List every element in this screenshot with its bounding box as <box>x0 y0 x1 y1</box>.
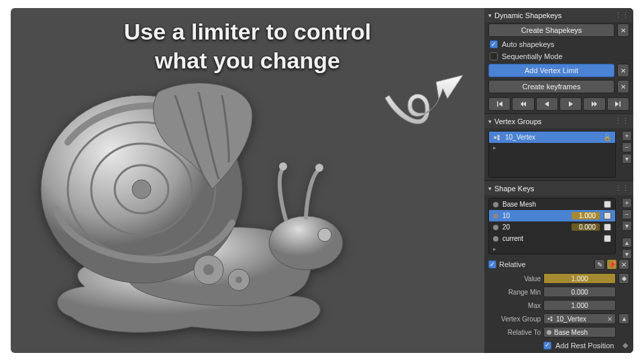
checkbox-off-icon <box>490 52 498 60</box>
range-min-field[interactable]: 0.000 <box>543 287 616 297</box>
pin-icon[interactable]: 📌 <box>606 259 617 270</box>
relative-to-field[interactable]: Base Mesh <box>543 327 616 338</box>
svg-point-10 <box>494 136 496 139</box>
list-item[interactable]: 10_Vertex 🔓 <box>489 132 615 143</box>
add-rest-position-checkbox[interactable]: Add Rest Position ◆ <box>484 339 633 352</box>
panel-title: Vertex Groups <box>494 117 541 125</box>
move-up-button[interactable]: ▴ <box>622 238 632 248</box>
list-expand-toggle[interactable] <box>489 244 615 254</box>
invert-icon[interactable] <box>619 313 629 324</box>
remove-button[interactable]: − <box>622 209 632 219</box>
shapekey-name: 10 <box>502 212 510 219</box>
vertex-groups-list[interactable]: 10_Vertex 🔓 <box>488 131 616 178</box>
animate-prop-icon[interactable] <box>619 273 629 284</box>
close-icon[interactable]: ✕ <box>617 64 629 77</box>
svg-point-11 <box>497 135 500 138</box>
specials-menu-button[interactable]: ▾ <box>622 221 632 231</box>
close-icon[interactable]: ✕ <box>617 23 629 37</box>
viewport-3d[interactable]: Use a limiter to control what you change <box>11 8 484 353</box>
list-item[interactable]: 20 0.000 <box>489 221 615 233</box>
max-field[interactable]: 1.000 <box>543 300 616 311</box>
auto-shapekeys-checkbox[interactable]: Auto shapekeys <box>484 38 633 50</box>
drag-grip-icon: ⋮⋮ <box>614 184 629 193</box>
mute-checkbox[interactable] <box>604 212 611 219</box>
shapekey-icon <box>493 202 498 207</box>
shapekey-name: current <box>502 235 523 242</box>
panel-header-dynamic[interactable]: ▾ Dynamic Shapekeys ⋮⋮ <box>484 8 633 22</box>
play-reverse-button[interactable] <box>536 97 558 111</box>
jump-start-button[interactable] <box>488 97 511 111</box>
keyframe-prev-button[interactable] <box>512 97 534 111</box>
panel-vertex-groups: ▾ Vertex Groups ⋮⋮ 10_Vertex 🔓 + − ▾ <box>484 114 633 181</box>
add-rest-label: Add Rest Position <box>555 342 614 350</box>
shapekey-edit-mode-icon[interactable]: ✎ <box>594 259 605 270</box>
add-button[interactable]: + <box>622 198 632 208</box>
close-icon[interactable]: ✕ <box>619 259 629 270</box>
shapekey-name: Base Mesh <box>502 201 536 208</box>
add-button[interactable]: + <box>622 131 632 141</box>
drag-grip-icon: ⋮⋮ <box>614 117 629 125</box>
keyframe-next-button[interactable] <box>583 97 605 111</box>
panel-shape-keys: ▾ Shape Keys ⋮⋮ Base Mesh 10 1.000 <box>484 181 633 353</box>
relative-checkbox[interactable] <box>488 260 496 268</box>
panel-title: Dynamic Shapekeys <box>494 11 561 19</box>
create-keyframes-button[interactable]: Create keyframes <box>488 80 614 93</box>
relative-label: Relative <box>499 260 526 268</box>
list-item[interactable]: 10 1.000 <box>489 210 615 221</box>
vertex-group-icon <box>547 315 553 322</box>
shapekey-name: 20 <box>502 223 510 231</box>
sequentially-checkbox[interactable]: Sequentially Mode <box>484 50 633 62</box>
create-shapekeys-button[interactable]: Create Shapekeys <box>488 23 614 37</box>
list-item[interactable]: Base Mesh <box>489 199 615 210</box>
max-label: Max <box>488 302 541 309</box>
shapekey-icon <box>493 236 498 242</box>
mute-checkbox[interactable] <box>604 235 611 242</box>
panel-header-shape-keys[interactable]: ▾ Shape Keys ⋮⋮ <box>484 181 633 195</box>
shapekey-icon <box>493 213 498 219</box>
move-down-button[interactable]: ▾ <box>622 249 632 259</box>
sequentially-label: Sequentially Mode <box>502 52 563 60</box>
svg-point-1 <box>318 228 331 242</box>
svg-point-12 <box>497 138 500 140</box>
properties-sidebar: ▾ Dynamic Shapekeys ⋮⋮ Create Shapekeys … <box>484 8 633 353</box>
panel-dynamic-shapekeys: ▾ Dynamic Shapekeys ⋮⋮ Create Shapekeys … <box>484 8 633 114</box>
svg-point-13 <box>547 317 549 319</box>
drag-grip-icon: ⋮⋮ <box>614 11 629 19</box>
play-button[interactable] <box>559 97 582 111</box>
transport-controls <box>484 95 633 113</box>
remove-button[interactable]: − <box>622 142 632 152</box>
shape-keys-list[interactable]: Base Mesh 10 1.000 20 0.000 <box>488 198 616 254</box>
svg-point-5 <box>132 180 151 199</box>
value-label: Value <box>488 275 541 282</box>
svg-point-15 <box>550 319 552 321</box>
jump-end-button[interactable] <box>607 97 629 111</box>
checkbox-on-icon <box>543 342 551 350</box>
relative-to-label: Relative To <box>488 329 541 336</box>
arrow-swirl-icon <box>384 68 464 142</box>
svg-point-9 <box>235 276 242 283</box>
vertex-group-icon <box>493 134 501 141</box>
specials-menu-button[interactable]: ▾ <box>622 154 632 164</box>
list-expand-toggle[interactable] <box>489 143 615 152</box>
shapekey-value[interactable]: 0.000 <box>572 223 600 231</box>
headline-line1: Use a limiter to control <box>124 17 371 46</box>
add-vertex-limit-button[interactable]: Add Vertex Limit <box>488 64 614 77</box>
shapekey-value[interactable]: 1.000 <box>572 212 600 219</box>
vertex-group-label: Vertex Group <box>488 315 541 323</box>
panel-title: Shape Keys <box>494 185 534 193</box>
svg-point-0 <box>269 216 343 270</box>
value-slider[interactable]: 1.000 <box>543 273 616 284</box>
vertex-group-name: 10_Vertex <box>505 134 535 141</box>
vertex-group-field[interactable]: 10_Vertex ✕ <box>543 313 616 324</box>
clear-icon[interactable]: ✕ <box>607 315 612 323</box>
list-item[interactable]: current <box>489 233 615 244</box>
chevron-down-icon: ▾ <box>488 12 492 19</box>
mute-checkbox[interactable] <box>604 201 611 208</box>
mute-checkbox[interactable] <box>604 223 611 231</box>
auto-shapekeys-label: Auto shapekeys <box>502 40 554 48</box>
close-icon[interactable]: ✕ <box>617 80 629 93</box>
svg-point-7 <box>203 264 214 275</box>
animate-prop-icon[interactable]: ◆ <box>623 341 628 350</box>
panel-header-vertex-groups[interactable]: ▾ Vertex Groups ⋮⋮ <box>484 114 633 128</box>
chevron-down-icon: ▾ <box>488 118 492 125</box>
